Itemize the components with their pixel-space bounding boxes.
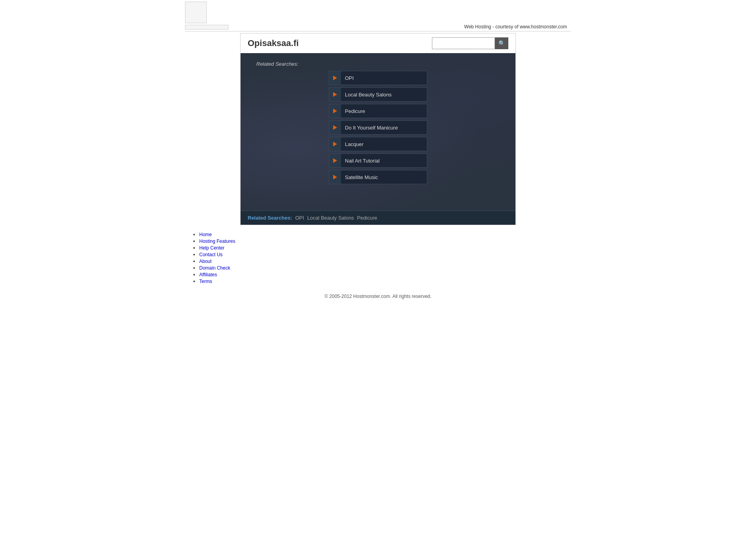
result-item-local-beauty-salons[interactable]: Local Beauty Salons (329, 87, 427, 102)
result-arrow-do-it-yourself-manicure (329, 121, 341, 134)
content-area: Related Searches: OPI Local Beauty Salon… (241, 53, 515, 211)
arrow-icon-lacquer (333, 142, 337, 146)
result-arrow-opi (329, 71, 341, 85)
footer-link-help-center[interactable]: Help Center (199, 245, 224, 251)
arrow-icon-pedicure (333, 109, 337, 113)
result-item-pedicure[interactable]: Pedicure (329, 104, 427, 118)
footer-nav-item: Terms (199, 278, 571, 284)
search-button[interactable]: 🔍 (495, 37, 508, 49)
site-header: Opisaksaa.fi 🔍 (241, 33, 515, 53)
hosting-credit: Web Hosting - courtesy of www.hostmonste… (464, 24, 571, 30)
footer-nav-item: Domain Check (199, 265, 571, 271)
footer-links: HomeHosting FeaturesHelp CenterContact U… (185, 225, 571, 289)
footer-nav-item: Hosting Features (199, 238, 571, 244)
result-label-satellite-music: Satellite Music (341, 174, 382, 180)
copyright: © 2005-2012 Hostmonster.com. All rights … (185, 289, 571, 307)
result-item-opi[interactable]: OPI (329, 71, 427, 85)
footer-nav-item: Home (199, 231, 571, 237)
result-list: OPI Local Beauty Salons Pedicure Do It Y… (329, 71, 427, 184)
search-icon: 🔍 (498, 40, 505, 46)
top-bar: Web Hosting - courtesy of www.hostmonste… (185, 0, 571, 31)
result-label-local-beauty-salons: Local Beauty Salons (341, 92, 396, 98)
result-item-nail-art-tutorial[interactable]: Nail Art Tutorial (329, 153, 427, 168)
result-label-opi: OPI (341, 75, 358, 81)
footer-nav-item: Affiliates (199, 272, 571, 277)
bottom-related-link-local-beauty-salons[interactable]: Local Beauty Salons (307, 215, 354, 221)
bottom-related-bar: Related Searches: OPILocal Beauty Salons… (241, 211, 515, 225)
related-searches-label: Related Searches: (256, 61, 500, 67)
arrow-icon-nail-art-tutorial (333, 158, 337, 163)
arrow-icon-satellite-music (333, 175, 337, 179)
footer-link-home[interactable]: Home (199, 232, 212, 237)
result-label-lacquer: Lacquer (341, 141, 367, 147)
arrow-icon-opi (333, 76, 337, 80)
footer-link-about[interactable]: About (199, 259, 211, 264)
footer-nav-item: About (199, 258, 571, 264)
result-label-nail-art-tutorial: Nail Art Tutorial (341, 158, 384, 164)
main-container: Opisaksaa.fi 🔍 Related Searches: OPI Loc… (240, 33, 516, 225)
footer-link-terms[interactable]: Terms (199, 279, 212, 284)
result-arrow-nail-art-tutorial (329, 154, 341, 167)
arrow-icon-local-beauty-salons (333, 92, 337, 97)
footer-nav: HomeHosting FeaturesHelp CenterContact U… (191, 231, 571, 284)
result-item-do-it-yourself-manicure[interactable]: Do It Yourself Manicure (329, 120, 427, 135)
footer-link-contact-us[interactable]: Contact Us (199, 252, 222, 257)
footer-nav-item: Contact Us (199, 251, 571, 257)
bottom-related-link-pedicure[interactable]: Pedicure (357, 215, 377, 221)
result-arrow-lacquer (329, 137, 341, 151)
arrow-icon-do-it-yourself-manicure (333, 125, 337, 130)
footer-nav-item: Help Center (199, 245, 571, 251)
result-arrow-local-beauty-salons (329, 88, 341, 101)
site-title: Opisaksaa.fi (248, 38, 299, 48)
result-item-lacquer[interactable]: Lacquer (329, 137, 427, 151)
bottom-related-link-opi[interactable]: OPI (295, 215, 304, 221)
result-arrow-pedicure (329, 104, 341, 118)
footer-link-domain-check[interactable]: Domain Check (199, 265, 230, 271)
footer-link-hosting-features[interactable]: Hosting Features (199, 239, 235, 244)
bottom-related-label: Related Searches: (248, 215, 292, 221)
search-form: 🔍 (432, 37, 508, 49)
result-item-satellite-music[interactable]: Satellite Music (329, 170, 427, 184)
footer-link-affiliates[interactable]: Affiliates (199, 272, 217, 277)
top-logo (185, 2, 207, 23)
result-arrow-satellite-music (329, 170, 341, 184)
search-input[interactable] (432, 37, 495, 49)
result-label-do-it-yourself-manicure: Do It Yourself Manicure (341, 125, 402, 131)
result-label-pedicure: Pedicure (341, 108, 369, 114)
